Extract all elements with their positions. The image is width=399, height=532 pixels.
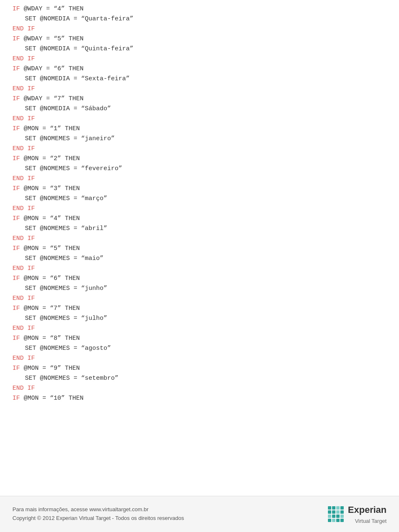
dot bbox=[332, 506, 335, 510]
logo-main: Experian bbox=[348, 505, 387, 515]
keyword-if: IF bbox=[12, 185, 24, 192]
footer: Para mais informações, acesse www.virtua… bbox=[0, 496, 399, 532]
code-line: SET @NOMEMES = “maio” bbox=[12, 254, 391, 264]
code-line: IF @MON = “2” THEN bbox=[12, 154, 391, 164]
dot bbox=[336, 506, 340, 510]
keyword-endif: END IF bbox=[12, 385, 35, 392]
code-line: END IF bbox=[12, 54, 391, 64]
code-line: SET @NOMEMES = “março” bbox=[12, 194, 391, 204]
keyword-if: IF bbox=[12, 245, 24, 252]
code-line: IF @WDAY = “5” THEN bbox=[12, 34, 391, 44]
code-line: END IF bbox=[12, 294, 391, 304]
keyword-if: IF bbox=[12, 275, 24, 282]
code-line: IF @MON = “4” THEN bbox=[12, 214, 391, 224]
dot bbox=[340, 506, 344, 510]
logo-area: Experian Virtual Target bbox=[328, 502, 387, 526]
code-line: SET @NOMEDIA = “Quinta-feira” bbox=[12, 44, 391, 54]
dot bbox=[340, 519, 344, 522]
code-line: SET @NOMEMES = “janeiro” bbox=[12, 134, 391, 144]
code-line: END IF bbox=[12, 324, 391, 334]
keyword-endif: END IF bbox=[12, 115, 35, 122]
code-line: SET @NOMEDIA = “Sábado” bbox=[12, 104, 391, 114]
code-line: END IF bbox=[12, 114, 391, 124]
dot bbox=[328, 515, 331, 518]
keyword-if: IF bbox=[12, 365, 24, 372]
code-line: SET @NOMEMES = “julho” bbox=[12, 314, 391, 324]
dot bbox=[332, 510, 335, 514]
keyword-if: IF bbox=[12, 335, 24, 342]
code-line: IF @WDAY = “7” THEN bbox=[12, 94, 391, 104]
dot bbox=[332, 519, 335, 522]
keyword-if: IF bbox=[12, 395, 24, 402]
code-line: END IF bbox=[12, 354, 391, 364]
dot bbox=[328, 519, 331, 522]
code-line: END IF bbox=[12, 264, 391, 274]
keyword-if: IF bbox=[12, 215, 24, 222]
page-wrapper: IF @WDAY = “4” THENSET @NOMEDIA = “Quart… bbox=[0, 0, 399, 532]
keyword-if: IF bbox=[12, 305, 24, 312]
code-line: END IF bbox=[12, 204, 391, 214]
code-area: IF @WDAY = “4” THENSET @NOMEDIA = “Quart… bbox=[0, 0, 399, 496]
keyword-endif: END IF bbox=[12, 355, 35, 362]
code-line: END IF bbox=[12, 144, 391, 154]
keyword-endif: END IF bbox=[12, 295, 35, 302]
dot bbox=[336, 519, 340, 522]
footer-line2: Copyright © 2012 Experian Virtual Target… bbox=[12, 514, 184, 523]
keyword-endif: END IF bbox=[12, 25, 35, 32]
code-line: IF @MON = “1” THEN bbox=[12, 124, 391, 134]
dot bbox=[328, 510, 331, 514]
code-line: IF @MON = “8” THEN bbox=[12, 334, 391, 344]
code-line: SET @NOMEDIA = “Sexta-feira” bbox=[12, 74, 391, 84]
keyword-endif: END IF bbox=[12, 325, 35, 332]
dot bbox=[336, 515, 340, 518]
code-line: IF @MON = “6” THEN bbox=[12, 274, 391, 284]
code-line: IF @MON = “5” THEN bbox=[12, 244, 391, 254]
code-line: END IF bbox=[12, 234, 391, 244]
code-line: IF @MON = “9” THEN bbox=[12, 364, 391, 374]
keyword-if: IF bbox=[12, 125, 24, 132]
keyword-if: IF bbox=[12, 5, 24, 12]
code-line: IF @WDAY = “4” THEN bbox=[12, 4, 391, 14]
keyword-if: IF bbox=[12, 35, 24, 42]
keyword-endif: END IF bbox=[12, 265, 35, 272]
code-line: SET @NOMEMES = “setembro” bbox=[12, 374, 391, 384]
code-line: END IF bbox=[12, 84, 391, 94]
logo-sub: Virtual Target bbox=[348, 517, 387, 526]
code-line: IF @WDAY = “6” THEN bbox=[12, 64, 391, 74]
dot bbox=[340, 510, 344, 514]
code-line: SET @NOMEMES = “agosto” bbox=[12, 344, 391, 354]
footer-line1: Para mais informações, acesse www.virtua… bbox=[12, 505, 184, 514]
code-line: SET @NOMEMES = “abril” bbox=[12, 224, 391, 234]
code-line: IF @MON = “10” THEN bbox=[12, 393, 391, 403]
keyword-endif: END IF bbox=[12, 85, 35, 92]
code-line: SET @NOMEMES = “fevereiro” bbox=[12, 164, 391, 174]
code-line: SET @NOMEDIA = “Quarta-feira” bbox=[12, 14, 391, 24]
keyword-if: IF bbox=[12, 95, 24, 102]
dot bbox=[328, 506, 331, 510]
dot bbox=[332, 515, 335, 518]
code-line: END IF bbox=[12, 24, 391, 34]
code-line: END IF bbox=[12, 174, 391, 184]
keyword-endif: END IF bbox=[12, 235, 35, 242]
code-line: IF @MON = “7” THEN bbox=[12, 304, 391, 314]
footer-text: Para mais informações, acesse www.virtua… bbox=[12, 505, 184, 523]
keyword-endif: END IF bbox=[12, 205, 35, 212]
logo-dots-icon bbox=[328, 506, 344, 522]
keyword-if: IF bbox=[12, 65, 24, 72]
keyword-if: IF bbox=[12, 155, 24, 162]
logo-text: Experian Virtual Target bbox=[348, 502, 387, 526]
dot bbox=[340, 515, 344, 518]
keyword-endif: END IF bbox=[12, 175, 35, 182]
keyword-endif: END IF bbox=[12, 55, 35, 62]
code-line: END IF bbox=[12, 384, 391, 393]
dot bbox=[336, 510, 340, 514]
keyword-endif: END IF bbox=[12, 145, 35, 152]
code-line: IF @MON = “3” THEN bbox=[12, 184, 391, 194]
code-line: SET @NOMEMES = “junho” bbox=[12, 284, 391, 294]
